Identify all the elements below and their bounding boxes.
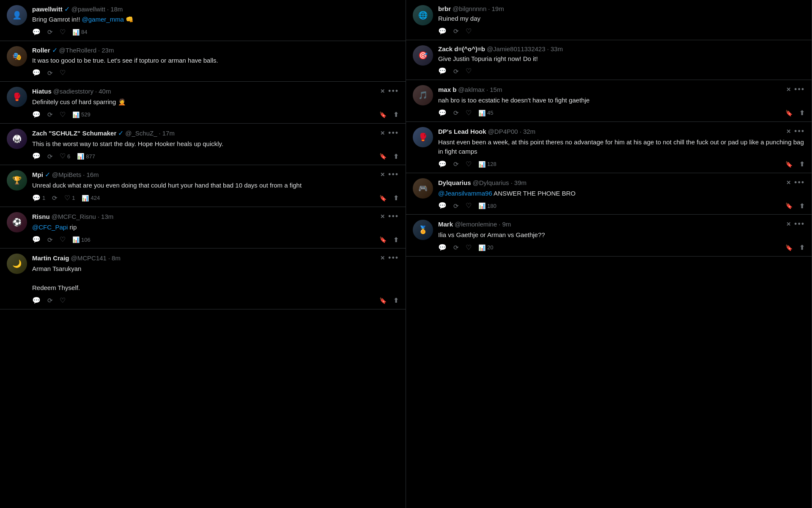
views-button[interactable]: 📊877 <box>77 153 95 160</box>
reply-button[interactable]: 💬 <box>438 202 447 209</box>
bookmark-button[interactable]: 🔖 <box>379 195 387 201</box>
username[interactable]: Dylquarius <box>438 179 471 186</box>
username[interactable]: Martin Craig <box>32 254 69 262</box>
views-button[interactable]: 📊45 <box>478 110 493 116</box>
retweet-button[interactable]: ⟳ <box>453 110 459 116</box>
retweet-button[interactable]: ⟳ <box>453 28 459 34</box>
bookmark-button[interactable]: 🔖 <box>785 110 793 116</box>
like-button[interactable]: ♡ <box>466 110 472 116</box>
like-button[interactable]: ♡ <box>466 68 472 75</box>
username[interactable]: Mark <box>438 221 453 228</box>
share-button[interactable]: ⬆ <box>393 153 399 160</box>
views-button[interactable]: 📊180 <box>478 203 497 209</box>
reply-button[interactable]: 💬 <box>438 28 447 35</box>
like-button[interactable]: ♡6 <box>60 153 70 160</box>
retweet-button[interactable]: ⟳ <box>52 195 58 201</box>
bookmark-button[interactable]: 🔖 <box>785 203 793 209</box>
mention[interactable]: @CFC_Papi <box>32 224 68 231</box>
retweet-button[interactable]: ⟳ <box>453 244 459 251</box>
more-options-icon[interactable]: ••• <box>388 87 399 96</box>
username[interactable]: Risnu <box>32 213 50 220</box>
views-button[interactable]: 📊424 <box>82 195 100 201</box>
more-options-icon[interactable]: ••• <box>794 220 805 229</box>
x-icon[interactable]: ✕ <box>786 86 791 93</box>
like-button[interactable]: ♡ <box>466 244 472 251</box>
bookmark-button[interactable]: 🔖 <box>379 237 387 243</box>
mention[interactable]: @Jeansilvamma96 <box>438 190 492 197</box>
more-options-icon[interactable]: ••• <box>388 129 399 138</box>
retweet-button[interactable]: ⟳ <box>47 29 53 35</box>
bookmark-button[interactable]: 🔖 <box>379 298 387 304</box>
like-button[interactable]: ♡ <box>466 161 472 168</box>
more-options-icon[interactable]: ••• <box>794 85 805 94</box>
bookmark-button[interactable]: 🔖 <box>379 153 387 159</box>
like-button[interactable]: ♡ <box>466 202 472 209</box>
reply-button[interactable]: 💬 <box>32 69 41 76</box>
username[interactable]: Mpi <box>32 171 43 178</box>
retweet-button[interactable]: ⟳ <box>453 161 459 167</box>
like-button[interactable]: ♡ <box>60 236 66 243</box>
reply-button[interactable]: 💬1 <box>32 195 45 202</box>
reply-button[interactable]: 💬 <box>32 236 41 243</box>
retweet-button[interactable]: ⟳ <box>47 111 53 118</box>
share-button[interactable]: ⬆ <box>799 244 805 251</box>
views-button[interactable]: 📊128 <box>478 161 497 167</box>
x-icon[interactable]: ✕ <box>786 179 791 186</box>
x-icon[interactable]: ✕ <box>380 130 385 136</box>
like-button[interactable]: ♡ <box>60 69 66 76</box>
share-button[interactable]: ⬆ <box>393 111 399 118</box>
x-icon[interactable]: ✕ <box>380 255 385 261</box>
retweet-button[interactable]: ⟳ <box>453 68 459 75</box>
reply-button[interactable]: 💬 <box>32 297 41 304</box>
bookmark-button[interactable]: 🔖 <box>785 161 793 167</box>
like-button[interactable]: ♡ <box>60 111 66 118</box>
reply-button[interactable]: 💬 <box>32 29 41 36</box>
more-options-icon[interactable]: ••• <box>794 178 805 187</box>
more-options-icon[interactable]: ••• <box>794 127 805 136</box>
x-icon[interactable]: ✕ <box>786 221 791 227</box>
like-button[interactable]: ♡ <box>60 29 66 36</box>
x-icon[interactable]: ✕ <box>380 88 385 94</box>
share-button[interactable]: ⬆ <box>799 110 805 116</box>
x-icon[interactable]: ✕ <box>786 128 791 135</box>
x-icon[interactable]: ✕ <box>380 171 385 178</box>
reply-button[interactable]: 💬 <box>438 110 447 116</box>
username[interactable]: max b <box>438 86 456 93</box>
x-icon[interactable]: ✕ <box>380 213 385 220</box>
reply-button[interactable]: 💬 <box>438 68 447 75</box>
retweet-button[interactable]: ⟳ <box>47 70 53 76</box>
share-button[interactable]: ⬆ <box>799 203 805 209</box>
mention[interactable]: @gamer_mma <box>82 16 124 23</box>
username[interactable]: brbr <box>438 5 451 12</box>
share-button[interactable]: ⬆ <box>393 195 399 201</box>
bookmark-button[interactable]: 🔖 <box>785 245 793 251</box>
username[interactable]: Zach "SCHULZ" Schumaker <box>32 130 116 137</box>
share-button[interactable]: ⬆ <box>393 237 399 243</box>
share-button[interactable]: ⬆ <box>799 161 805 167</box>
retweet-button[interactable]: ⟳ <box>453 203 459 209</box>
username[interactable]: DP's Lead Hook <box>438 128 486 135</box>
more-options-icon[interactable]: ••• <box>388 170 399 179</box>
username[interactable]: Hiatus <box>32 88 52 95</box>
like-button[interactable]: ♡ <box>60 297 66 304</box>
username[interactable]: Roller <box>32 47 50 54</box>
like-button[interactable]: ♡1 <box>64 195 75 202</box>
views-button[interactable]: 📊529 <box>72 111 91 118</box>
bookmark-button[interactable]: 🔖 <box>379 112 387 118</box>
username[interactable]: Zack d=(^o^)=b <box>438 45 485 52</box>
like-button[interactable]: ♡ <box>466 28 472 35</box>
reply-button[interactable]: 💬 <box>438 244 447 251</box>
username[interactable]: pawellwitt <box>32 6 63 13</box>
views-button[interactable]: 📊106 <box>72 237 91 243</box>
more-options-icon[interactable]: ••• <box>388 212 399 221</box>
reply-button[interactable]: 💬 <box>32 153 41 160</box>
more-options-icon[interactable]: ••• <box>388 254 399 262</box>
reply-button[interactable]: 💬 <box>32 111 41 118</box>
views-button[interactable]: 📊84 <box>72 29 87 35</box>
retweet-button[interactable]: ⟳ <box>47 237 53 243</box>
share-button[interactable]: ⬆ <box>393 297 399 304</box>
views-button[interactable]: 📊20 <box>478 244 493 251</box>
retweet-button[interactable]: ⟳ <box>47 297 53 304</box>
reply-button[interactable]: 💬 <box>438 161 447 168</box>
retweet-button[interactable]: ⟳ <box>47 153 53 160</box>
